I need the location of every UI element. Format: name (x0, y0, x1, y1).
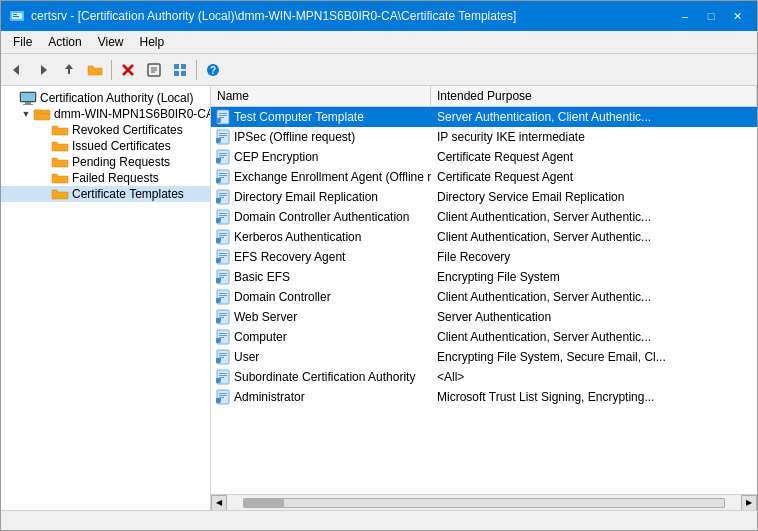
menu-item-help[interactable]: Help (132, 33, 173, 51)
table-row[interactable]: ✓ Basic EFSEncrypting File System (211, 267, 757, 287)
main-window: certsrv - [Certification Authority (Loca… (0, 0, 758, 531)
tree-failed[interactable]: Failed Requests (1, 170, 210, 186)
svg-rect-102 (219, 357, 224, 358)
tree-cert-templates[interactable]: Certificate Templates (1, 186, 210, 202)
up-button[interactable] (57, 58, 81, 82)
row-name-cell: ✓ Domain Controller Authentication (211, 208, 431, 226)
row-purpose-cell: IP security IKE intermediate (431, 129, 757, 145)
row-purpose-cell: Encrypting File System, Secure Email, Cl… (431, 349, 757, 365)
scroll-track[interactable] (243, 498, 725, 508)
maximize-button[interactable]: □ (699, 6, 723, 26)
cert-template-icon: ✓ (215, 289, 231, 305)
cert-template-icon: ✓ (215, 329, 231, 345)
table-row[interactable]: ✓ CEP EncryptionCertificate Request Agen… (211, 147, 757, 167)
forward-button[interactable] (31, 58, 55, 82)
svg-rect-16 (174, 71, 179, 76)
svg-rect-76 (219, 273, 227, 274)
table-row[interactable]: ✓ Subordinate Certification Authority<Al… (211, 367, 757, 387)
row-name-cell: ✓ Directory Email Replication (211, 188, 431, 206)
scroll-thumb[interactable] (244, 499, 284, 507)
row-name-cell: ✓ User (211, 348, 431, 366)
svg-rect-90 (219, 317, 224, 318)
table-row[interactable]: ✓ Domain ControllerClient Authentication… (211, 287, 757, 307)
scroll-left-button[interactable]: ◀ (211, 495, 227, 511)
svg-text:✓: ✓ (219, 379, 222, 384)
row-purpose-cell: Certificate Request Agent (431, 169, 757, 185)
title-bar-controls: – □ ✕ (673, 6, 749, 26)
table-row[interactable]: ✓ Directory Email ReplicationDirectory S… (211, 187, 757, 207)
table-row[interactable]: ✓ Exchange Enrollment Agent (Offline r..… (211, 167, 757, 187)
help-button[interactable]: ? (201, 58, 225, 82)
svg-rect-47 (219, 175, 227, 176)
svg-text:✓: ✓ (219, 359, 222, 364)
delete-button[interactable] (116, 58, 140, 82)
svg-rect-22 (25, 102, 31, 104)
table-row[interactable]: ✓ Test Computer TemplateServer Authentic… (211, 107, 757, 127)
minimize-button[interactable]: – (673, 6, 697, 26)
svg-rect-30 (219, 117, 224, 118)
svg-rect-42 (219, 157, 224, 158)
table-row[interactable]: ✓ IPSec (Offline request)IP security IKE… (211, 127, 757, 147)
folder-button[interactable] (83, 58, 107, 82)
row-purpose-cell: Encrypting File System (431, 269, 757, 285)
table-row[interactable]: ✓ EFS Recovery AgentFile Recovery (211, 247, 757, 267)
name-column-header[interactable]: Name (211, 86, 431, 106)
back-icon (9, 62, 25, 78)
svg-text:✓: ✓ (219, 119, 222, 124)
svg-rect-106 (219, 373, 227, 374)
scroll-right-button[interactable]: ▶ (741, 495, 757, 511)
menu-item-file[interactable]: File (5, 33, 40, 51)
row-name-cell: ✓ EFS Recovery Agent (211, 248, 431, 266)
svg-rect-25 (34, 110, 41, 112)
svg-text:✓: ✓ (219, 199, 222, 204)
tree-ca-node[interactable]: ▼ dmm-WIN-MPN1S6B0IR0-CA (1, 106, 210, 122)
row-name-cell: ✓ CEP Encryption (211, 148, 431, 166)
svg-text:✓: ✓ (219, 299, 222, 304)
toolbar: ? (1, 54, 757, 86)
delete-icon (120, 62, 136, 78)
row-name-cell: ✓ Subordinate Certification Authority (211, 368, 431, 386)
svg-rect-26 (36, 113, 48, 114)
svg-rect-96 (219, 337, 224, 338)
cert-template-icon: ✓ (215, 189, 231, 205)
failed-folder-icon (51, 171, 69, 185)
cert-template-icon: ✓ (215, 229, 231, 245)
cert-template-icon: ✓ (215, 209, 231, 225)
issued-folder-icon (51, 139, 69, 153)
tree-pending[interactable]: Pending Requests (1, 154, 210, 170)
svg-rect-52 (219, 193, 227, 194)
svg-rect-41 (219, 155, 227, 156)
ca-expand-icon: ▼ (19, 109, 33, 119)
tree-root[interactable]: Certification Authority (Local) (1, 90, 210, 106)
svg-rect-78 (219, 277, 224, 278)
root-label: Certification Authority (Local) (40, 91, 193, 105)
templates-folder-icon (51, 187, 69, 201)
pending-folder-icon (51, 155, 69, 169)
menu-item-view[interactable]: View (90, 33, 132, 51)
pending-label: Pending Requests (72, 155, 170, 169)
row-name-cell: ✓ IPSec (Offline request) (211, 128, 431, 146)
table-row[interactable]: ✓ AdministratorMicrosoft Trust List Sign… (211, 387, 757, 407)
menu-item-action[interactable]: Action (40, 33, 89, 51)
revoked-label: Revoked Certificates (72, 123, 183, 137)
svg-rect-36 (219, 137, 224, 138)
purpose-column-header[interactable]: Intended Purpose (431, 86, 757, 106)
table-row[interactable]: ✓ Web ServerServer Authentication (211, 307, 757, 327)
tree-revoked[interactable]: Revoked Certificates (1, 122, 210, 138)
back-button[interactable] (5, 58, 29, 82)
svg-rect-21 (21, 93, 35, 101)
tree-issued[interactable]: Issued Certificates (1, 138, 210, 154)
close-button[interactable]: ✕ (725, 6, 749, 26)
svg-rect-100 (219, 353, 227, 354)
table-row[interactable]: ✓ ComputerClient Authentication, Server … (211, 327, 757, 347)
svg-marker-7 (65, 64, 73, 69)
properties-button[interactable] (142, 58, 166, 82)
horizontal-scrollbar[interactable]: ◀ ▶ (211, 494, 757, 510)
row-purpose-cell: Certificate Request Agent (431, 149, 757, 165)
table-row[interactable]: ✓ UserEncrypting File System, Secure Ema… (211, 347, 757, 367)
svg-rect-72 (219, 257, 224, 258)
table-row[interactable]: ✓ Kerberos AuthenticationClient Authenti… (211, 227, 757, 247)
export-button[interactable] (168, 58, 192, 82)
svg-rect-70 (219, 253, 227, 254)
table-row[interactable]: ✓ Domain Controller AuthenticationClient… (211, 207, 757, 227)
